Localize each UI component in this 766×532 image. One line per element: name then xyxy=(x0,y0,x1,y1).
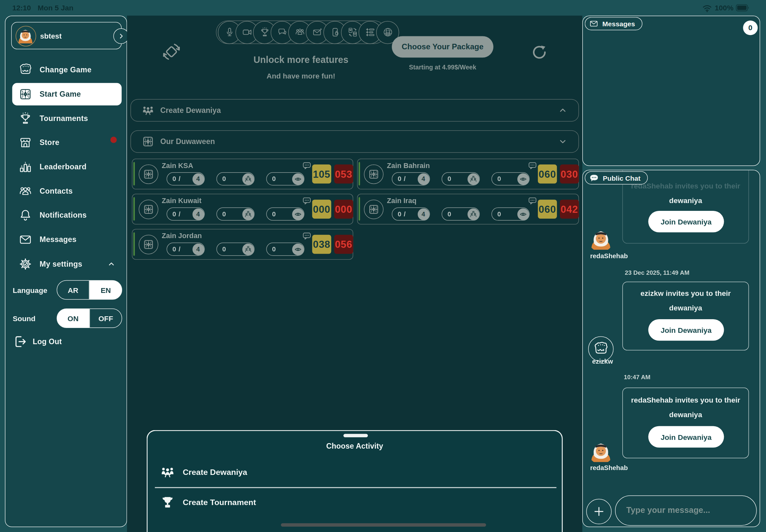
chat-bubble-icon xyxy=(589,173,599,183)
choose-activity-sheet: Choose Activity Create Dewaniya Create T… xyxy=(147,430,563,532)
avatar-redashehab[interactable] xyxy=(588,439,614,464)
sidebar-item-start-game[interactable]: Start Game xyxy=(12,83,122,105)
score-left: 000 xyxy=(312,199,331,219)
score-left: 060 xyxy=(538,199,557,219)
room-card-zain-iraq[interactable]: Zain Iraq 0/4 0 0 060 042 xyxy=(357,194,579,224)
join-dewaniya-button[interactable]: Join Dewaniya xyxy=(648,426,724,448)
room-chat-icon[interactable] xyxy=(302,196,311,206)
eye-icon xyxy=(294,245,301,253)
room-card-zain-jordan[interactable]: Zain Jordan 0/4 0 0 038 056 xyxy=(132,229,353,260)
caret-down-icon xyxy=(558,137,568,146)
eye-icon xyxy=(294,210,301,218)
language-option-ar[interactable]: AR xyxy=(57,280,90,300)
option-create-dewaniya[interactable]: Create Dewaniya xyxy=(148,458,562,486)
sheet-drag-handle[interactable] xyxy=(343,434,368,438)
store-notification-dot xyxy=(110,137,117,143)
public-chat-panel: redaShehab invites you to their dewaniya… xyxy=(582,170,760,527)
chat-message-input[interactable] xyxy=(615,495,757,526)
public-chat-header[interactable]: Public Chat xyxy=(585,171,648,185)
watchers-count-pill: 0 xyxy=(492,172,529,186)
public-chat-scroll[interactable]: redaShehab invites you to their dewaniya… xyxy=(583,170,760,526)
profile-expand-button[interactable] xyxy=(113,28,129,44)
game-board-icon xyxy=(364,199,383,219)
attach-plus-button[interactable] xyxy=(586,499,612,524)
price-note: Starting at 4.99$/Week xyxy=(382,64,503,71)
room-card-zain-kuwait[interactable]: Zain Kuwait 0/4 0 0 000 000 xyxy=(132,194,353,224)
cheers-icon xyxy=(469,210,477,218)
cheers-icon xyxy=(244,210,252,218)
caret-up-icon xyxy=(107,260,116,268)
accordion-create-dewaniya[interactable]: Create Dewaniya xyxy=(130,99,579,121)
chat-invite-card: ezizkw invites you to their dewaniya Joi… xyxy=(622,282,749,350)
game-board-icon xyxy=(139,164,158,184)
cheers-icon xyxy=(244,245,252,253)
language-label: Language xyxy=(13,286,47,295)
envelope-icon xyxy=(17,231,34,248)
sidebar-item-messages[interactable]: Messages xyxy=(12,228,122,251)
chat-invite-card: redaShehab invites you to their dewaniya… xyxy=(622,388,749,458)
chat-timestamp: 23 Dec 2025, 11:49 AM xyxy=(625,270,689,276)
profile-name: sbtest xyxy=(40,32,62,40)
main-area: Unlock more features And have more fun! … xyxy=(127,16,582,532)
caret-up-icon xyxy=(558,105,568,115)
sidebar-item-contacts[interactable]: Contacts xyxy=(12,180,122,202)
status-bar: 12:10 Mon 5 Jan 100% xyxy=(0,0,766,16)
trophy-icon xyxy=(160,495,175,510)
logout-button[interactable]: Log Out xyxy=(12,334,62,349)
players-count-pill: 0/4 xyxy=(166,243,204,256)
sidebar-item-leaderboard[interactable]: Leaderboard xyxy=(12,156,122,178)
divider xyxy=(155,487,556,488)
room-card-zain-bahrain[interactable]: Zain Bahrain 0/4 0 0 060 030 xyxy=(357,159,579,189)
status-time: 12:10 xyxy=(12,4,31,12)
players-count-pill: 0/4 xyxy=(166,207,204,221)
players-count-pill: 0/4 xyxy=(392,207,430,221)
battery-icon xyxy=(736,4,749,12)
room-chat-icon[interactable] xyxy=(528,161,538,171)
join-dewaniya-button[interactable]: Join Dewaniya xyxy=(648,319,724,341)
eye-icon xyxy=(294,175,301,183)
dewaniya-icon xyxy=(141,104,154,116)
room-active-indicator xyxy=(359,162,360,186)
room-card-zain-ksa[interactable]: Zain KSA 0/4 0 0 105 053 xyxy=(132,159,353,189)
cheers-count-pill: 0 xyxy=(216,207,254,221)
score-right: 053 xyxy=(334,164,353,184)
room-chat-icon[interactable] xyxy=(302,231,311,241)
join-dewaniya-button[interactable]: Join Dewaniya xyxy=(648,211,724,232)
cheers-count-pill: 0 xyxy=(216,172,254,186)
contacts-icon xyxy=(17,183,34,199)
refresh-icon[interactable] xyxy=(532,44,547,60)
choose-package-button[interactable]: Choose Your Package xyxy=(392,36,493,57)
game-board-icon xyxy=(139,199,158,219)
sidebar-item-change-game[interactable]: Change Game xyxy=(12,59,122,81)
sidebar-item-notifications[interactable]: Notifications xyxy=(12,204,122,226)
players-count-pill: 0/4 xyxy=(166,172,204,186)
cheers-icon xyxy=(469,175,477,183)
score-left: 038 xyxy=(312,235,331,254)
avatar xyxy=(16,26,36,46)
eye-icon xyxy=(519,210,527,218)
home-indicator[interactable] xyxy=(281,523,486,527)
game-board-icon xyxy=(364,164,383,184)
watchers-count-pill: 0 xyxy=(266,243,304,256)
option-create-tournament[interactable]: Create Tournament xyxy=(148,489,562,516)
sidebar-item-my-settings[interactable]: My settings xyxy=(12,253,122,275)
score-right: 042 xyxy=(560,199,579,219)
wifi-icon xyxy=(702,4,712,13)
sound-option-on[interactable]: ON xyxy=(57,308,90,328)
battery-percent: 100% xyxy=(715,4,734,12)
messages-panel-header[interactable]: Messages xyxy=(585,17,643,30)
room-chat-icon[interactable] xyxy=(528,196,538,206)
room-chat-icon[interactable] xyxy=(302,161,311,171)
sidebar-item-tournaments[interactable]: Tournaments xyxy=(12,107,122,130)
accordion-our-duwaween[interactable]: Our Duwaween xyxy=(130,130,579,153)
sound-option-off[interactable]: OFF xyxy=(89,308,122,328)
envelope-icon xyxy=(589,19,599,29)
app-root: 12:10 Mon 5 Jan 100% sbtest Change Game … xyxy=(0,0,766,532)
score-left: 105 xyxy=(312,164,331,184)
avatar-redashehab[interactable] xyxy=(588,226,614,252)
language-option-en[interactable]: EN xyxy=(89,280,122,300)
dewaniya-icon xyxy=(160,465,175,479)
profile-card[interactable]: sbtest xyxy=(11,22,122,49)
sidebar-item-store[interactable]: Store xyxy=(12,131,122,154)
messages-panel: Messages 0 xyxy=(582,16,760,166)
